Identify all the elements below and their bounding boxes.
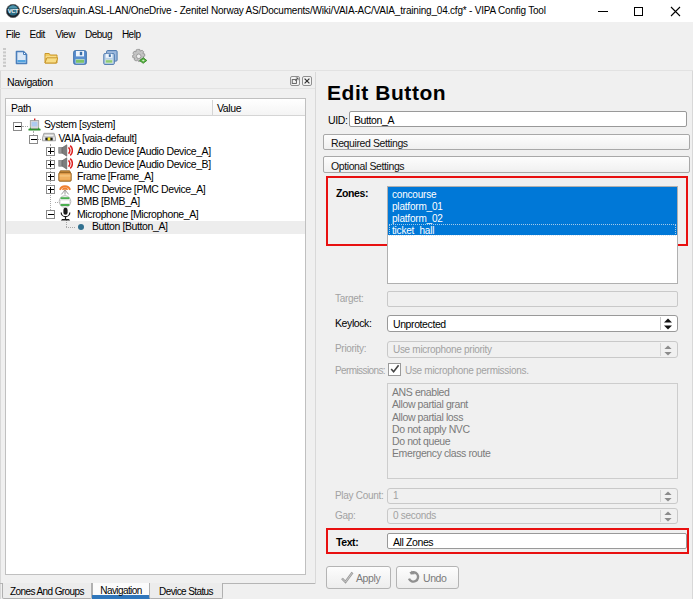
svg-text:VCT: VCT bbox=[8, 8, 19, 14]
